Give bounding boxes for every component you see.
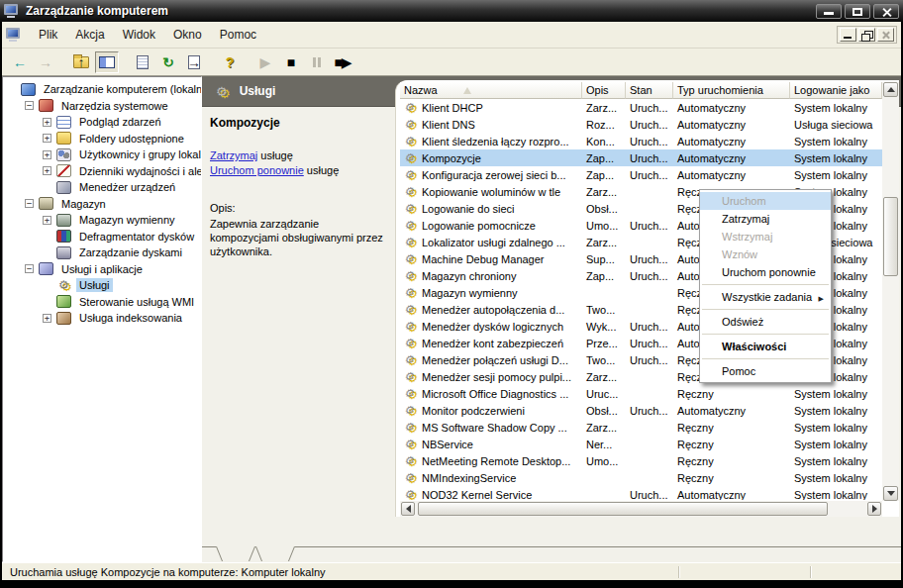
menu-item[interactable]: Plik xyxy=(30,25,66,45)
expand-toggle-icon[interactable]: + xyxy=(43,150,51,159)
service-gears-icon xyxy=(404,286,420,299)
help-button[interactable]: ? xyxy=(218,51,242,73)
tree-item-disk-management[interactable]: Zarządzanie dyskami xyxy=(3,245,201,261)
expand-toggle-icon[interactable]: + xyxy=(43,118,51,127)
menu-item[interactable]: Widok xyxy=(114,25,164,45)
scroll-left-button[interactable] xyxy=(401,502,415,516)
Klient śledzenia łączy rozpro...[interactable]: Klient śledzenia łączy rozpro... Kon... … xyxy=(400,133,882,149)
maximize-button[interactable] xyxy=(845,4,870,19)
tree-item-disk-defragmenter[interactable]: Defragmentator dysków xyxy=(3,229,201,245)
context-menu-item-all-tasks[interactable]: Wszystkie zadania xyxy=(700,288,831,306)
service-logowanie: Usługa sieciowa xyxy=(790,116,882,133)
menu-item[interactable]: Okno xyxy=(164,25,211,45)
context-menu-item-restart[interactable]: Uruchom ponownie xyxy=(700,263,831,281)
MS Software Shadow Copy ...[interactable]: MS Software Shadow Copy ... Zarz... Ręcz… xyxy=(400,419,882,436)
stop-service-button[interactable]: ■ xyxy=(279,51,303,73)
service-stan: Uruch... xyxy=(626,318,673,335)
window-title: Zarządzanie komputerem xyxy=(26,4,813,18)
expand-toggle-icon[interactable]: − xyxy=(25,101,34,110)
context-menu-item-help[interactable]: Pomoc xyxy=(700,362,831,380)
tree-item-services-applications[interactable]: − Usługi i aplikacje xyxy=(3,261,201,278)
service-stan: Uruch... xyxy=(626,99,673,116)
menu-item[interactable]: Akcja xyxy=(66,25,113,45)
horizontal-scrollbar[interactable] xyxy=(400,501,882,517)
tree-item-computer-management[interactable]: Zarządzanie komputerem (lokalne) xyxy=(3,81,201,98)
refresh-button[interactable]: ↻ xyxy=(156,51,180,73)
tree-item-storage[interactable]: − Magazyn xyxy=(3,196,201,213)
tree-item-shared-folders[interactable]: + Foldery udostępnione xyxy=(3,131,201,147)
pause-service-button[interactable] xyxy=(305,51,329,73)
context-menu-item-stop[interactable]: Zatrzymaj xyxy=(700,210,831,228)
tree-item-event-viewer[interactable]: + Podgląd zdarzeń xyxy=(3,114,201,131)
menu-item[interactable]: Pomoc xyxy=(211,25,265,45)
context-menu-item-pause[interactable]: Wstrzymaj xyxy=(700,228,831,245)
start-service-button[interactable]: ▶ xyxy=(253,51,277,73)
computer-icon xyxy=(21,83,36,96)
tree-item-services[interactable]: Usługi xyxy=(3,277,201,294)
NOD32 Kernel Service[interactable]: NOD32 Kernel Service Uruch... Automatycz… xyxy=(400,486,882,500)
Kompozycje[interactable]: Kompozycje Zap... Uruch... Automatyczny … xyxy=(400,149,882,166)
properties-button[interactable] xyxy=(131,51,154,73)
tab-extended[interactable] xyxy=(216,546,255,561)
back-button[interactable]: ← xyxy=(8,51,32,73)
up-one-level-button[interactable]: ↑ xyxy=(69,51,93,73)
service-opis xyxy=(582,469,626,486)
NetMeeting Remote Desktop...[interactable]: NetMeeting Remote Desktop... Umo... Ręcz… xyxy=(400,452,882,469)
mdi-close-button[interactable] xyxy=(877,28,894,42)
tree-item-removable-storage[interactable]: + Magazyn wymienny xyxy=(3,212,201,229)
mdi-restore-button[interactable] xyxy=(858,28,875,42)
Klient DHCP[interactable]: Klient DHCP Zarz... Uruch... Automatyczn… xyxy=(400,99,882,116)
context-menu-item-start[interactable]: Uruchom xyxy=(700,192,831,210)
service-name: MS Software Shadow Copy ... xyxy=(422,422,567,434)
tree-item-wmi-control[interactable]: Sterowanie usługą WMI xyxy=(3,294,201,311)
restart-service-button[interactable]: ■▶ xyxy=(331,51,354,73)
Monitor podczerwieni[interactable]: Monitor podczerwieni Obsł... Uruch... Au… xyxy=(400,402,882,419)
column-header-nazwa[interactable]: Nazwa xyxy=(400,82,582,99)
Klient DNS[interactable]: Klient DNS Roz... Uruch... Automatyczny … xyxy=(400,116,882,133)
mdi-minimize-button[interactable] xyxy=(840,28,856,42)
expand-toggle-icon[interactable]: + xyxy=(43,314,51,323)
expand-toggle-icon[interactable]: + xyxy=(43,166,51,175)
scroll-up-button[interactable] xyxy=(883,82,898,97)
context-menu-item[interactable] xyxy=(702,358,829,359)
vertical-scroll-thumb[interactable] xyxy=(883,197,898,276)
context-menu-item-resume[interactable]: Wznów xyxy=(700,245,831,263)
tree-item-performance-logs[interactable]: + Dzienniki wydajności i alerty xyxy=(3,163,201,180)
tree-item-system-tools[interactable]: − Narzędzia systemowe xyxy=(3,98,201,115)
minimize-button[interactable] xyxy=(816,4,842,19)
context-menu-item-refresh[interactable]: Odśwież xyxy=(700,313,831,331)
service-name: Klient DNS xyxy=(422,119,475,131)
expand-toggle-icon[interactable]: + xyxy=(43,216,51,225)
context-menu-item[interactable] xyxy=(702,334,829,335)
action-link[interactable]: Uruchom ponownie xyxy=(210,164,304,176)
tab-standard[interactable] xyxy=(255,546,295,561)
column-header-opis[interactable]: Opis xyxy=(582,82,626,99)
show-console-tree-button[interactable] xyxy=(95,51,119,73)
service-name: Menedżer dysków logicznych xyxy=(422,321,563,333)
context-menu-item[interactable] xyxy=(702,309,829,310)
action-link[interactable]: Zatrzymaj xyxy=(210,149,257,161)
export-list-button[interactable]: → xyxy=(182,51,206,73)
expand-toggle-icon[interactable]: + xyxy=(43,134,51,143)
context-menu-item[interactable] xyxy=(702,284,829,285)
expand-toggle-icon[interactable]: − xyxy=(25,199,34,208)
Microsoft Office Diagnostics ...[interactable]: Microsoft Office Diagnostics ... Uruc...… xyxy=(400,385,882,402)
scroll-down-button[interactable] xyxy=(883,486,898,501)
column-header-typ-uruchomienia[interactable]: Typ uruchomienia xyxy=(673,82,790,99)
column-header-stan[interactable]: Stan xyxy=(626,82,673,99)
tree-item-local-users-groups[interactable]: + Użytkownicy i grupy lokalne xyxy=(3,147,201,163)
context-menu-item-properties[interactable]: Właściwości xyxy=(700,338,831,355)
scroll-right-button[interactable] xyxy=(867,502,881,516)
service-stan: Uruch... xyxy=(626,402,673,419)
tree-item-indexing-service[interactable]: + Usługa indeksowania xyxy=(3,310,201,327)
close-button[interactable] xyxy=(873,4,899,19)
expand-toggle-icon[interactable]: − xyxy=(25,264,34,273)
NMIndexingService[interactable]: NMIndexingService Ręczny System lokalny xyxy=(400,469,882,486)
horizontal-scroll-thumb[interactable] xyxy=(418,502,828,516)
forward-button[interactable]: → xyxy=(34,51,57,73)
tree-item-device-manager[interactable]: Menedżer urządzeń xyxy=(3,179,201,196)
column-header-logowanie-jako[interactable]: Logowanie jako xyxy=(790,82,882,99)
vertical-scrollbar[interactable] xyxy=(882,82,899,501)
NBService[interactable]: NBService Ner... Ręczny System lokalny xyxy=(400,436,882,452)
Konfiguracja zerowej sieci b...[interactable]: Konfiguracja zerowej sieci b... Zap... U… xyxy=(400,166,882,183)
